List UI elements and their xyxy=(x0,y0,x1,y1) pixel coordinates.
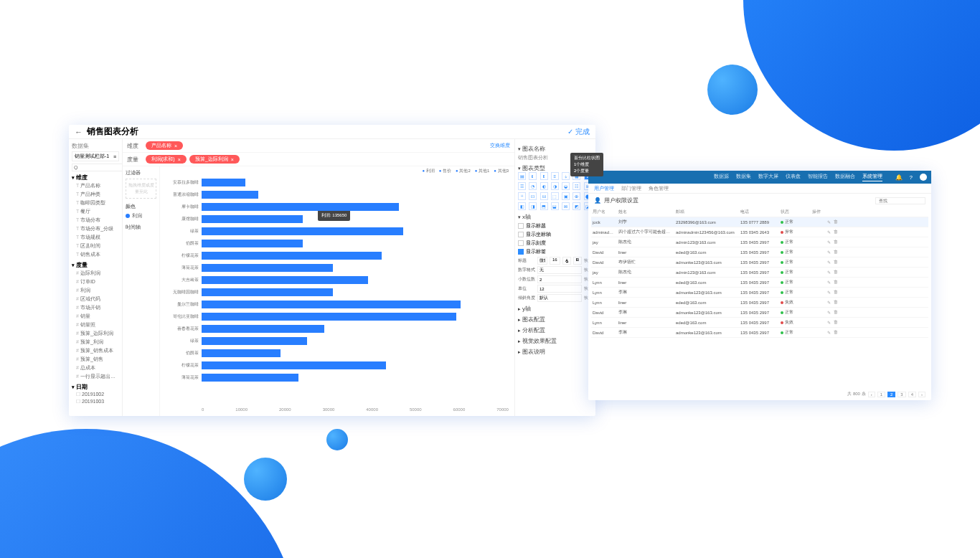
numfmt-input[interactable] xyxy=(537,266,582,274)
checkbox[interactable] xyxy=(518,240,524,246)
sidebar-item[interactable]: #总成本 xyxy=(76,364,119,372)
chart-type-icon[interactable]: ▤ xyxy=(518,172,526,180)
legend-item[interactable]: 其他1 xyxy=(475,168,490,174)
edit-icon[interactable]: ✎ xyxy=(827,280,831,285)
sidebar-item[interactable]: ☐20191003 xyxy=(76,398,119,405)
nav-link[interactable]: 智能报告 xyxy=(808,173,828,181)
decimals-input[interactable] xyxy=(537,275,582,283)
delete-icon[interactable]: 🗑 xyxy=(834,240,838,245)
sidebar-item[interactable]: #预算_利润 xyxy=(76,338,119,346)
remove-icon[interactable]: × xyxy=(178,157,181,162)
sidebar-item[interactable]: #预算_销售 xyxy=(76,355,119,364)
sidebar-item[interactable]: T市场分布_分级 xyxy=(76,224,119,233)
help-icon[interactable]: ? xyxy=(910,174,913,181)
unit-input[interactable] xyxy=(537,285,582,293)
delete-icon[interactable]: 🗑 xyxy=(834,230,838,235)
edit-icon[interactable]: ✎ xyxy=(827,240,831,245)
delete-icon[interactable]: 🗑 xyxy=(834,270,838,275)
delete-icon[interactable]: 🗑 xyxy=(834,330,838,335)
sidebar-item[interactable]: #市场开销 xyxy=(76,303,119,312)
column-header[interactable]: 状态 xyxy=(779,209,811,215)
subtab-link[interactable]: 用户管理 xyxy=(594,185,614,192)
chart-type-icon[interactable]: ◔ xyxy=(529,182,537,190)
bar[interactable] xyxy=(202,325,324,333)
column-header[interactable]: 电话 xyxy=(739,209,779,215)
chart-type-icon[interactable]: ⬓ xyxy=(551,202,559,210)
config-group[interactable]: 视觉效果配置 xyxy=(518,337,593,345)
checkbox[interactable] xyxy=(518,223,524,229)
chart-type-icon[interactable]: ⫾ xyxy=(529,172,537,180)
subtab-link[interactable]: 部门管理 xyxy=(621,185,641,192)
page-button[interactable]: › xyxy=(918,392,925,397)
sidebar-item[interactable]: #销量 xyxy=(76,312,119,321)
bar[interactable] xyxy=(202,288,333,296)
bell-icon[interactable]: 🔔 xyxy=(895,174,903,181)
nav-link[interactable]: 系统管理 xyxy=(862,173,882,181)
page-button[interactable]: 4 xyxy=(908,392,916,397)
nav-link[interactable]: 数据集 xyxy=(736,173,751,181)
config-group[interactable]: 图表配置 xyxy=(518,316,593,323)
sidebar-item[interactable]: T销售成本 xyxy=(76,250,119,259)
column-header[interactable]: 操作 xyxy=(811,209,839,215)
delete-icon[interactable]: 🗑 xyxy=(834,310,838,315)
checkbox[interactable] xyxy=(518,249,524,255)
table-row[interactable]: Lynn李琳admonke123@163.com135 0435 2997正常✎… xyxy=(591,288,928,298)
table-row[interactable]: Lynnlinereded@163.com135 0435 2997失效✎🗑 xyxy=(591,298,928,308)
title-font-input[interactable] xyxy=(537,257,547,265)
edit-icon[interactable]: ✎ xyxy=(827,260,831,265)
checkbox[interactable] xyxy=(518,232,524,237)
chart-type-icon[interactable]: ⬒ xyxy=(540,202,548,210)
chart-type-icon[interactable]: ☰ xyxy=(518,182,526,190)
dimensions-header[interactable]: 维度 xyxy=(72,174,119,181)
table-row[interactable]: jock刘学23298396@163.com135 0777 2889正常✎🗑 xyxy=(591,217,928,227)
back-button[interactable]: ← xyxy=(75,128,83,136)
nav-link[interactable]: 数据融合 xyxy=(835,173,855,181)
delete-icon[interactable]: 🗑 xyxy=(834,219,838,224)
edit-icon[interactable]: ✎ xyxy=(827,219,831,224)
legend-item[interactable]: 其他3 xyxy=(494,168,509,174)
delete-icon[interactable]: 🗑 xyxy=(834,320,838,325)
chart-type-icon[interactable]: ◒ xyxy=(562,182,570,190)
table-row[interactable]: adminadminadminging…四个超过六个字可能会超长的账单字符超出用… xyxy=(591,227,928,237)
chart-type-icon[interactable]: ◑ xyxy=(551,182,559,190)
table-row[interactable]: David布伊德忙admonke123@163.com135 0435 2997… xyxy=(591,257,928,268)
sidebar-item[interactable]: #预算_销售成本 xyxy=(76,346,119,355)
done-button[interactable]: ✓ 完成 xyxy=(567,127,590,137)
bar[interactable] xyxy=(202,264,333,272)
bar[interactable] xyxy=(202,203,399,211)
underline-button[interactable]: A̲ xyxy=(562,257,571,265)
chart-type-icon[interactable]: ⊡ xyxy=(529,192,537,200)
table-row[interactable]: Davidlinereded@163.com135 0435 2997正常✎🗑 xyxy=(591,247,928,257)
delete-icon[interactable]: 🗑 xyxy=(834,280,838,285)
bar[interactable] xyxy=(202,313,456,321)
switch-button[interactable]: 交换维度 xyxy=(490,142,510,149)
chart-type-icon[interactable]: ◩ xyxy=(573,202,580,210)
bar[interactable] xyxy=(202,227,403,235)
edit-icon[interactable]: ✎ xyxy=(827,330,831,335)
edit-icon[interactable]: ✎ xyxy=(827,300,831,305)
dim-pill[interactable]: 产品名称× xyxy=(146,141,183,150)
search-input[interactable] xyxy=(72,164,123,171)
bar[interactable] xyxy=(202,252,382,260)
edit-icon[interactable]: ✎ xyxy=(827,290,831,295)
table-row[interactable]: Lynnlinereded@163.com135 0435 2997失效✎🗑 xyxy=(591,318,928,328)
avatar[interactable] xyxy=(920,174,927,181)
table-row[interactable]: Lynnlinereded@163.com135 0435 2997正常✎🗑 xyxy=(591,278,928,288)
nav-link[interactable]: 仪表盘 xyxy=(786,173,801,181)
bar[interactable] xyxy=(202,276,368,284)
chart-name-header[interactable]: 图表名称 xyxy=(518,145,593,153)
chart-type-icon[interactable]: ☷ xyxy=(573,182,580,190)
config-group[interactable]: y轴 xyxy=(518,305,593,313)
sidebar-item[interactable]: T餐厅 xyxy=(76,207,119,216)
table-row[interactable]: jay陈杰伦admin123@163.com135 0435 2997正常✎🗑 xyxy=(591,237,928,247)
bar[interactable] xyxy=(202,179,245,186)
edit-icon[interactable]: ✎ xyxy=(827,250,831,255)
color-item[interactable]: 利润 xyxy=(126,212,156,219)
chart-type-icon[interactable]: ⏚ xyxy=(562,172,570,180)
x-axis-header[interactable]: x轴 xyxy=(518,213,593,221)
chart-type-icon[interactable]: ⬚ xyxy=(551,192,559,200)
measures-header[interactable]: 度量 xyxy=(72,261,119,269)
dataset-selector[interactable]: 销量测试栏部-1≡ xyxy=(72,151,119,161)
edit-icon[interactable]: ✎ xyxy=(827,270,831,275)
remove-icon[interactable]: × xyxy=(231,157,234,162)
